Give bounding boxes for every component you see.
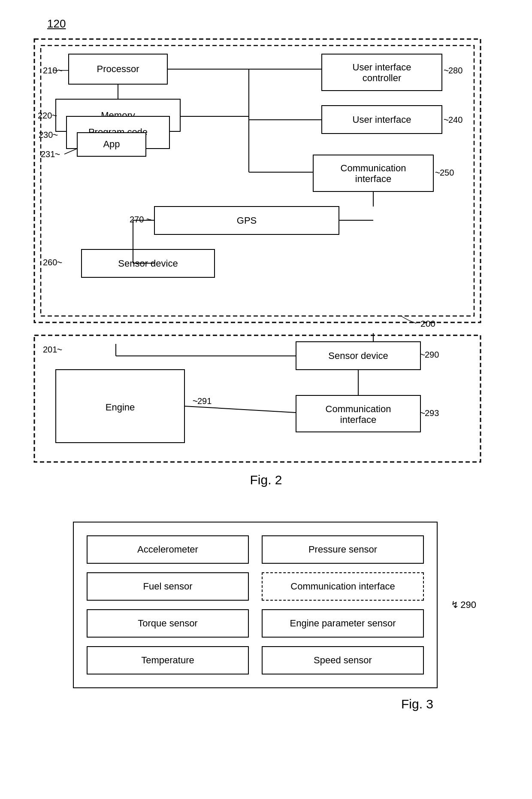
gps-label: GPS <box>237 215 257 226</box>
fig3-grid: Accelerometer Pressure sensor Fuel senso… <box>87 535 424 674</box>
uic-label-line2: controller <box>363 73 401 83</box>
fig3-outer-box: Accelerometer Pressure sensor Fuel senso… <box>73 522 438 688</box>
torque-sensor-box: Torque sensor <box>87 609 249 638</box>
squiggle-280 <box>444 70 448 71</box>
ci-293-label-line2: interface <box>340 414 376 425</box>
fig3-caption: Fig. 3 <box>73 697 459 711</box>
ref-200: 200 <box>420 319 435 328</box>
ref-250: 250 <box>440 168 454 177</box>
temperature-box: Temperature <box>87 646 249 674</box>
pressure-sensor-box: Pressure sensor <box>262 535 424 564</box>
engine-to-ci293 <box>184 406 296 413</box>
fig3-ref-290: ↯290 <box>451 599 476 611</box>
ci-250-label-line2: interface <box>355 173 391 184</box>
engine-label: Engine <box>106 402 135 413</box>
processor-label: Processor <box>97 64 139 74</box>
fig2-caption: Fig. 2 <box>30 473 502 487</box>
comm-interface-fig3-box: Communication interface <box>262 572 424 601</box>
ref-230: 230 <box>39 130 53 140</box>
speed-sensor-box: Speed sensor <box>262 646 424 674</box>
accelerometer-box: Accelerometer <box>87 535 249 564</box>
ui-label: User interface <box>353 114 411 125</box>
ref-231-line <box>64 149 77 154</box>
squiggle-260 <box>57 262 62 263</box>
ref-240: 240 <box>448 115 462 125</box>
ref-201: 201 <box>43 345 57 354</box>
squiggle-231 <box>55 154 60 155</box>
squiggle-293 <box>420 413 425 413</box>
ref-260: 260 <box>43 258 57 267</box>
label-120: 120 <box>47 17 502 30</box>
squiggle-230 <box>53 134 57 135</box>
fig2-container: 120 200 Processor 210 Memory 220 <box>30 17 502 504</box>
ref-280: 280 <box>448 66 462 75</box>
squiggle-250 <box>435 172 440 173</box>
squiggle-291 <box>193 401 197 401</box>
ref-220: 220 <box>38 111 52 120</box>
squiggle-270 <box>147 219 151 220</box>
fuel-sensor-box: Fuel sensor <box>87 572 249 601</box>
page: 120 200 Processor 210 Memory 220 <box>0 0 532 729</box>
ref-290: 290 <box>425 350 439 359</box>
ref-231: 231 <box>41 149 55 159</box>
fig2-diagram: 200 Processor 210 Memory 220 Program cod… <box>30 35 485 468</box>
squiggle-201 <box>57 349 62 350</box>
engine-param-box: Engine parameter sensor <box>262 609 424 638</box>
app-label: App <box>103 139 120 149</box>
uic-label-line1: User interface <box>353 62 411 73</box>
squiggle-240 <box>444 119 448 120</box>
ref-291: 291 <box>197 396 212 406</box>
ref-293: 293 <box>425 408 439 418</box>
fig3-container: Accelerometer Pressure sensor Fuel senso… <box>73 522 459 711</box>
ref-270: 270 <box>130 215 144 224</box>
ci-293-label-line1: Communication <box>326 404 391 414</box>
squiggle-290 <box>420 354 425 355</box>
sd-290-label: Sensor device <box>328 350 388 361</box>
ci-250-label-line1: Communication <box>341 163 406 173</box>
